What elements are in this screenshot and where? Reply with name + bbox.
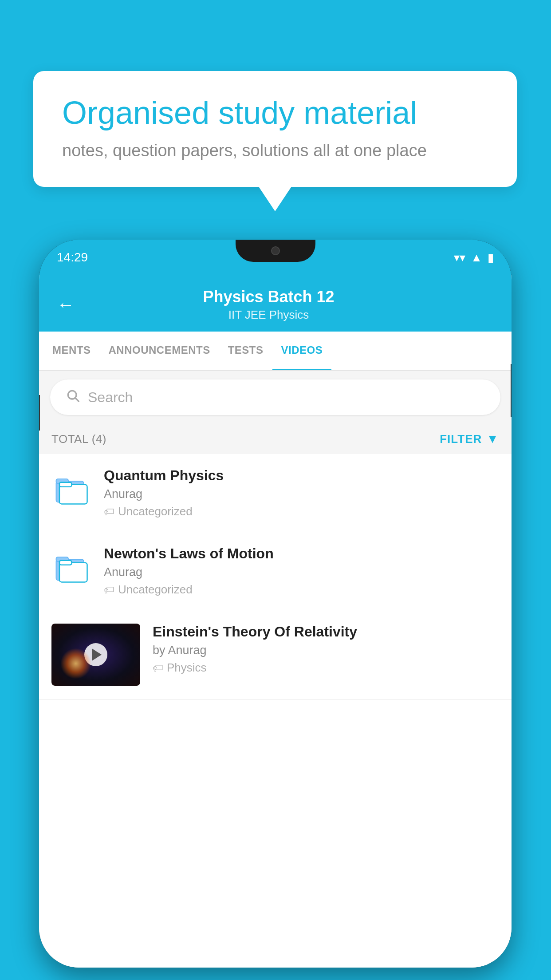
list-item[interactable]: Quantum Physics Anurag 🏷 Uncategorized <box>39 454 512 532</box>
tag-label: Uncategorized <box>118 583 193 597</box>
item-content: Quantum Physics Anurag 🏷 Uncategorized <box>104 467 499 518</box>
tag-label: Uncategorized <box>118 505 193 518</box>
battery-icon: ▮ <box>488 251 494 265</box>
bubble-subtitle: notes, question papers, solutions all at… <box>62 141 488 160</box>
status-icons: ▾▾ ▲ ▮ <box>454 251 494 265</box>
status-bar: 14:29 ▾▾ ▲ ▮ <box>39 240 512 275</box>
bubble-title: Organised study material <box>62 95 488 130</box>
header-title-group: Physics Batch 12 IIT JEE Physics <box>88 288 449 322</box>
tab-videos[interactable]: VIDEOS <box>272 332 332 370</box>
item-author: by Anurag <box>153 644 499 657</box>
item-content: Einstein's Theory Of Relativity by Anura… <box>153 624 499 675</box>
header-subtitle: IIT JEE Physics <box>88 308 449 322</box>
tag-icon: 🏷 <box>153 662 163 674</box>
app-header: ← Physics Batch 12 IIT JEE Physics <box>39 275 512 332</box>
item-tag: 🏷 Uncategorized <box>104 583 499 597</box>
volume-button <box>39 395 40 431</box>
phone-screen: ← Physics Batch 12 IIT JEE Physics MENTS… <box>39 275 512 968</box>
total-count: TOTAL (4) <box>51 432 106 446</box>
filter-button[interactable]: FILTER ▼ <box>440 432 499 446</box>
tag-icon: 🏷 <box>104 584 114 596</box>
item-title: Einstein's Theory Of Relativity <box>153 624 499 640</box>
filter-label: FILTER <box>440 432 482 446</box>
phone-frame: 14:29 ▾▾ ▲ ▮ ← Physics Batch 12 IIT JEE … <box>39 240 512 968</box>
tab-announcements[interactable]: ANNOUNCEMENTS <box>100 332 219 370</box>
svg-rect-4 <box>59 484 87 504</box>
filter-icon: ▼ <box>486 432 499 446</box>
tag-icon: 🏷 <box>104 506 114 518</box>
thumbnail-background <box>51 624 140 686</box>
item-title: Quantum Physics <box>104 467 499 484</box>
front-camera <box>271 246 280 255</box>
svg-line-1 <box>75 398 79 401</box>
list-item[interactable]: Einstein's Theory Of Relativity by Anura… <box>39 610 512 699</box>
content-list: Quantum Physics Anurag 🏷 Uncategorized <box>39 454 512 968</box>
notch <box>236 240 315 262</box>
item-tag: 🏷 Physics <box>153 661 499 675</box>
item-tag: 🏷 Uncategorized <box>104 505 499 518</box>
item-content: Newton's Laws of Motion Anurag 🏷 Uncateg… <box>104 545 499 597</box>
list-item[interactable]: Newton's Laws of Motion Anurag 🏷 Uncateg… <box>39 532 512 610</box>
item-icon <box>51 548 91 588</box>
tabs-bar: MENTS ANNOUNCEMENTS TESTS VIDEOS <box>39 332 512 371</box>
tab-ments[interactable]: MENTS <box>43 332 100 370</box>
svg-rect-5 <box>59 482 72 486</box>
signal-icon: ▲ <box>471 251 482 265</box>
status-time: 14:29 <box>57 250 88 265</box>
speech-bubble: Organised study material notes, question… <box>33 71 517 187</box>
search-placeholder: Search <box>88 389 133 406</box>
search-icon <box>66 388 80 406</box>
tab-tests[interactable]: TESTS <box>219 332 272 370</box>
item-icon <box>51 470 91 510</box>
back-button[interactable]: ← <box>57 295 75 315</box>
video-thumbnail <box>51 624 140 686</box>
play-icon <box>92 648 102 661</box>
item-title: Newton's Laws of Motion <box>104 545 499 562</box>
power-button <box>511 364 512 417</box>
item-author: Anurag <box>104 487 499 501</box>
svg-rect-9 <box>59 560 72 565</box>
item-author: Anurag <box>104 565 499 579</box>
tag-label: Physics <box>167 661 207 675</box>
search-container: Search <box>39 371 512 424</box>
wifi-icon: ▾▾ <box>454 251 465 265</box>
search-bar[interactable]: Search <box>50 379 500 415</box>
svg-rect-8 <box>59 562 87 582</box>
glow-orb <box>60 648 91 679</box>
filter-row: TOTAL (4) FILTER ▼ <box>39 424 512 454</box>
header-title: Physics Batch 12 <box>88 288 449 306</box>
